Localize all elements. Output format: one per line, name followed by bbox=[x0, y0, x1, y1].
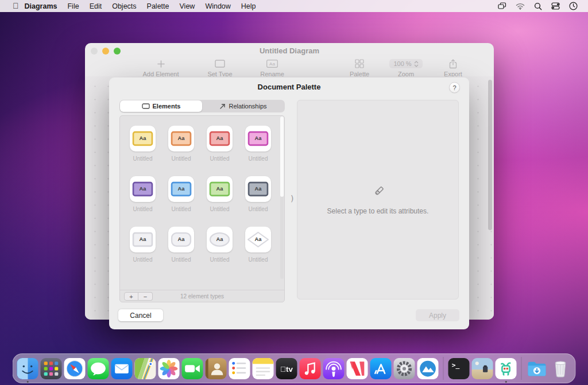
element-type-swatch[interactable]: Aa bbox=[130, 227, 156, 252]
canvas-scrollbar[interactable] bbox=[488, 80, 492, 230]
cancel-button[interactable]: Cancel bbox=[118, 309, 163, 321]
dock-image-file[interactable] bbox=[471, 353, 494, 383]
app-store-icon bbox=[370, 358, 392, 379]
relationships-tab-icon bbox=[219, 103, 226, 110]
dock-safari[interactable] bbox=[63, 353, 87, 383]
element-type-swatch[interactable]: Aa bbox=[207, 227, 233, 252]
toolbar-add-element[interactable]: Add Element bbox=[132, 58, 189, 77]
menu-file[interactable]: File bbox=[67, 2, 79, 10]
maps-icon bbox=[135, 358, 156, 379]
svg-text:Aa: Aa bbox=[178, 186, 185, 192]
search-icon[interactable] bbox=[534, 2, 542, 10]
music-icon bbox=[300, 358, 321, 379]
menu-window[interactable]: Window bbox=[205, 2, 230, 10]
diagrams-icon bbox=[496, 358, 517, 379]
mountain-app-icon bbox=[417, 358, 439, 379]
dock-news[interactable] bbox=[346, 353, 369, 383]
element-type-swatch[interactable]: Aa bbox=[207, 176, 233, 202]
dock-tv[interactable]: tv bbox=[275, 353, 299, 383]
element-type-label: Untitled bbox=[172, 206, 191, 212]
dock-trash[interactable] bbox=[549, 353, 572, 383]
svg-text:Aa: Aa bbox=[255, 236, 262, 242]
dock-photos[interactable] bbox=[157, 353, 181, 383]
add-element-icon bbox=[132, 58, 189, 69]
news-icon bbox=[347, 358, 368, 379]
element-type-grid: AaUntitledAaUntitledAaUntitledAaUntitled… bbox=[120, 116, 278, 263]
element-type-1: AaUntitled bbox=[130, 126, 156, 162]
zoom-stepper[interactable]: 100 % bbox=[389, 59, 422, 68]
list-scrollbar-thumb[interactable] bbox=[280, 116, 284, 197]
tab-elements[interactable]: Elements bbox=[120, 100, 202, 112]
element-type-label: Untitled bbox=[249, 155, 268, 162]
remove-type-button[interactable]: − bbox=[138, 292, 153, 301]
svg-text:Aa: Aa bbox=[140, 135, 147, 141]
element-type-9: AaUntitled bbox=[130, 227, 156, 263]
tv-icon: tv bbox=[276, 358, 297, 379]
facetime-icon bbox=[182, 358, 203, 379]
element-type-12: AaUntitled bbox=[245, 227, 271, 263]
clock-icon[interactable] bbox=[569, 2, 578, 10]
panel-collapse-handle[interactable]: ) bbox=[291, 194, 293, 203]
podcasts-icon bbox=[323, 358, 345, 379]
element-type-swatch[interactable]: Aa bbox=[168, 126, 194, 151]
toolbar-set-type[interactable]: Set Type bbox=[191, 58, 249, 77]
dock-contacts[interactable] bbox=[204, 353, 228, 383]
dock-podcasts[interactable] bbox=[322, 353, 346, 383]
dock: tv>_ bbox=[13, 353, 576, 383]
element-type-label: Untitled bbox=[210, 256, 230, 263]
dock-downloads[interactable] bbox=[525, 353, 549, 383]
rename-icon: Aa bbox=[243, 58, 301, 69]
dock-mail[interactable] bbox=[110, 353, 134, 383]
menu-objects[interactable]: Objects bbox=[112, 2, 136, 10]
dock-mountain-app[interactable] bbox=[416, 353, 440, 383]
dock-separator bbox=[443, 357, 444, 380]
dock-reminders[interactable] bbox=[228, 353, 252, 383]
menu-help[interactable]: Help bbox=[241, 2, 256, 10]
zoom-value: 100 % bbox=[393, 60, 411, 67]
menu-edit[interactable]: Edit bbox=[90, 2, 102, 10]
svg-text:Aa: Aa bbox=[255, 135, 262, 141]
element-type-swatch[interactable]: Aa bbox=[168, 176, 194, 202]
dock-notes[interactable] bbox=[252, 353, 275, 383]
dock-music[interactable] bbox=[299, 353, 322, 383]
element-type-swatch[interactable]: Aa bbox=[207, 126, 233, 151]
element-type-swatch[interactable]: Aa bbox=[130, 126, 156, 151]
dock-launchpad[interactable] bbox=[40, 353, 63, 383]
element-type-swatch[interactable]: Aa bbox=[245, 126, 271, 151]
displays-icon[interactable] bbox=[498, 2, 506, 10]
dock-app-store[interactable] bbox=[369, 353, 393, 383]
element-type-label: Untitled bbox=[249, 256, 268, 263]
safari-icon bbox=[64, 358, 86, 379]
menu-palette[interactable]: Palette bbox=[147, 2, 169, 10]
running-indicator bbox=[26, 381, 29, 383]
wifi-icon[interactable] bbox=[516, 3, 525, 10]
toolbar-export[interactable]: Export bbox=[424, 58, 482, 77]
help-button[interactable]: ? bbox=[449, 82, 460, 93]
dock-messages[interactable] bbox=[87, 353, 110, 383]
dock-maps[interactable] bbox=[134, 353, 157, 383]
apply-button[interactable]: Apply bbox=[416, 309, 459, 321]
window-titlebar[interactable]: Untitled Diagram bbox=[85, 43, 494, 59]
element-type-label: Untitled bbox=[249, 206, 268, 212]
element-type-swatch[interactable]: Aa bbox=[130, 176, 156, 202]
apple-menu-icon[interactable]:  bbox=[13, 1, 19, 10]
dock-diagrams[interactable] bbox=[494, 353, 518, 383]
dock-facetime[interactable] bbox=[181, 353, 204, 383]
element-type-swatch[interactable]: Aa bbox=[245, 227, 271, 252]
dock-terminal[interactable]: >_ bbox=[447, 353, 471, 383]
photos-icon bbox=[158, 358, 180, 379]
launchpad-icon bbox=[41, 358, 62, 379]
menu-view[interactable]: View bbox=[180, 2, 195, 10]
app-menu-title[interactable]: Diagrams bbox=[25, 2, 57, 10]
toolbar-rename[interactable]: AaRename bbox=[243, 58, 301, 77]
element-type-swatch[interactable]: Aa bbox=[168, 227, 194, 252]
svg-text:Aa: Aa bbox=[216, 236, 224, 242]
control-center-icon[interactable] bbox=[551, 2, 560, 10]
tab-relationships[interactable]: Relationships bbox=[202, 100, 284, 112]
add-type-button[interactable]: + bbox=[124, 292, 138, 301]
dock-system-preferences[interactable] bbox=[393, 353, 416, 383]
element-type-swatch[interactable]: Aa bbox=[245, 176, 271, 202]
messages-icon bbox=[88, 358, 109, 379]
dock-finder[interactable] bbox=[16, 353, 40, 383]
contacts-icon bbox=[206, 358, 227, 379]
